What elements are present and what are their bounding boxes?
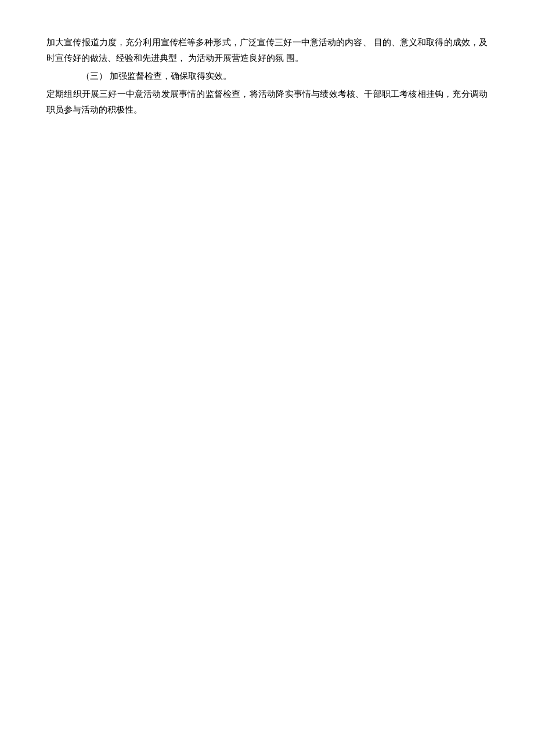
paragraph-1: 加大宣传报道力度，充分利用宣传栏等多种形式，广泛宣传三好一中意活动的内容、 目的… bbox=[46, 35, 488, 66]
page-content: 加大宣传报道力度，充分利用宣传栏等多种形式，广泛宣传三好一中意活动的内容、 目的… bbox=[0, 0, 534, 155]
paragraph-3-text: 定期组织开展三好一中意活动发展事情的监督检查，将活动降实事情与绩效考核、干部职工… bbox=[46, 89, 488, 114]
paragraph-1-text: 加大宣传报道力度，充分利用宣传栏等多种形式，广泛宣传三好一中意活动的内容、 目的… bbox=[46, 38, 488, 63]
paragraph-2-text: （三） 加强监督检查，确保取得实效。 bbox=[81, 71, 232, 81]
paragraph-3: 定期组织开展三好一中意活动发展事情的监督检查，将活动降实事情与绩效考核、干部职工… bbox=[46, 86, 488, 118]
paragraph-2: （三） 加强监督检查，确保取得实效。 bbox=[46, 68, 488, 84]
